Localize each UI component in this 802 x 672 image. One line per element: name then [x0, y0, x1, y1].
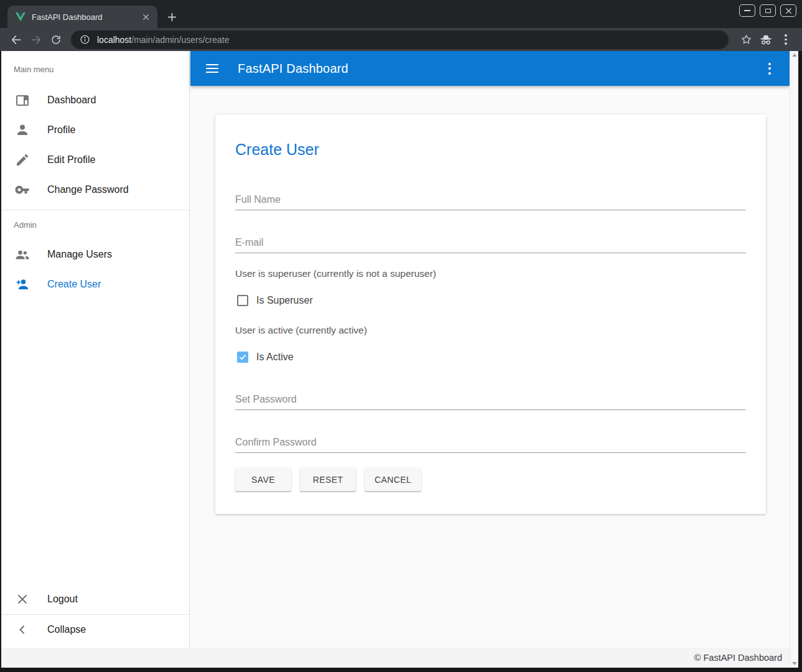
pencil-icon [15, 152, 30, 167]
scrollbar-up-arrow-icon[interactable] [792, 54, 797, 57]
incognito-indicator [757, 30, 775, 49]
sidebar-item-label: Profile [47, 124, 75, 136]
page-footer: © FastAPI Dashboard [1, 648, 798, 668]
sidebar-item-manage-users[interactable]: Manage Users [1, 240, 189, 269]
create-user-card: Create User User is superuser (currently… [215, 114, 766, 514]
reset-button[interactable]: RESET [300, 468, 356, 491]
copyright-text: © FastAPI Dashboard [694, 653, 782, 663]
sidebar-item-label: Manage Users [47, 249, 112, 260]
sidebar-item-label: Collapse [47, 624, 86, 635]
url-host: localhost [97, 35, 131, 45]
window-controls [739, 4, 796, 17]
email-input[interactable] [235, 236, 746, 253]
sidebar-item-label: Change Password [47, 184, 129, 195]
url-text[interactable]: localhost/main/admin/users/create [97, 35, 229, 45]
reload-icon [50, 34, 62, 45]
sidebar-bottom: Logout Collapse [1, 584, 189, 645]
is-superuser-label: Is Superuser [256, 295, 313, 306]
scrollbar-down-arrow-icon[interactable] [792, 662, 797, 665]
back-arrow-icon [10, 34, 22, 46]
is-active-checkbox[interactable] [237, 352, 248, 363]
sidebar-divider [1, 210, 189, 210]
sidebar-item-change-password[interactable]: Change Password [1, 175, 189, 205]
address-bar[interactable]: localhost/main/admin/users/create [71, 30, 729, 49]
forward-button[interactable] [27, 30, 45, 49]
is-superuser-checkbox[interactable] [237, 295, 248, 306]
is-superuser-checkbox-row[interactable]: Is Superuser [235, 293, 746, 308]
sidebar-item-label: Create User [47, 279, 101, 290]
reload-button[interactable] [47, 30, 65, 49]
main-content: FastAPI Dashboard Create User User is su… [190, 51, 790, 648]
person-add-icon [15, 277, 30, 292]
sidebar-item-collapse[interactable]: Collapse [1, 615, 189, 645]
active-hint: User is active (currently active) [235, 324, 746, 337]
email-field-wrapper [235, 236, 746, 253]
page-title: Create User [235, 140, 746, 159]
browser-menu-button[interactable] [776, 30, 795, 49]
people-icon [15, 247, 30, 262]
is-active-checkbox-row[interactable]: Is Active [235, 350, 746, 365]
sidebar-item-dashboard[interactable]: Dashboard [1, 85, 189, 115]
hamburger-menu-icon[interactable] [206, 62, 218, 75]
tab-title: FastAPI Dashboard [32, 12, 136, 22]
bookmark-button[interactable] [737, 30, 755, 49]
logout-x-icon [15, 592, 30, 607]
app-bar-title: FastAPI Dashboard [238, 62, 348, 76]
sidebar-item-edit-profile[interactable]: Edit Profile [1, 145, 189, 175]
check-icon [238, 353, 247, 362]
sidebar-item-label: Logout [47, 594, 78, 605]
vue-logo-icon [16, 12, 26, 21]
kebab-menu-icon [785, 34, 787, 45]
minimize-button[interactable] [739, 4, 755, 17]
close-button[interactable] [780, 4, 796, 17]
sidebar-item-create-user[interactable]: Create User [1, 269, 189, 299]
new-tab-button[interactable] [163, 8, 180, 26]
save-button[interactable]: SAVE [235, 468, 291, 491]
dashboard-icon [15, 93, 30, 108]
sidebar-item-label: Dashboard [47, 95, 96, 106]
browser-toolbar: localhost/main/admin/users/create [0, 28, 802, 51]
incognito-icon [759, 33, 773, 47]
browser-titlebar: FastAPI Dashboard [0, 0, 802, 28]
close-icon [785, 7, 792, 14]
sidebar-section-main-menu: Main menu [1, 65, 189, 75]
set-password-field-wrapper [235, 393, 746, 410]
cancel-button[interactable]: CANCEL [365, 468, 421, 491]
minimize-icon [744, 10, 750, 11]
back-button[interactable] [7, 30, 26, 49]
sidebar-item-label: Edit Profile [47, 154, 95, 166]
full-name-input[interactable] [235, 194, 746, 210]
person-icon [15, 123, 30, 138]
maximize-icon [765, 9, 771, 13]
set-password-input[interactable] [235, 393, 746, 410]
chevron-left-icon [15, 622, 30, 637]
app-bar: FastAPI Dashboard [190, 51, 790, 86]
is-active-label: Is Active [256, 352, 294, 363]
sidebar-item-profile[interactable]: Profile [1, 115, 189, 145]
maximize-button[interactable] [760, 4, 776, 17]
url-path: /main/admin/users/create [131, 35, 229, 45]
superuser-hint: User is superuser (currently is not a su… [235, 267, 746, 281]
app-bar-menu-button[interactable] [768, 63, 771, 75]
sidebar-item-logout[interactable]: Logout [1, 584, 189, 614]
page: Main menu Dashboard Profile Edit Profile [1, 51, 798, 668]
star-icon [740, 34, 752, 45]
tab-close-icon[interactable] [140, 11, 151, 22]
key-icon [15, 182, 30, 197]
sidebar: Main menu Dashboard Profile Edit Profile [1, 51, 190, 648]
full-name-field-wrapper [235, 194, 746, 210]
page-scrollbar[interactable] [790, 51, 798, 668]
forward-arrow-icon [30, 34, 42, 46]
browser-tab[interactable]: FastAPI Dashboard [7, 6, 157, 28]
sidebar-section-admin: Admin [1, 220, 189, 230]
info-icon[interactable] [80, 34, 90, 45]
form-actions: SAVE RESET CANCEL [235, 468, 746, 491]
confirm-password-input[interactable] [235, 436, 746, 453]
confirm-password-field-wrapper [235, 436, 746, 453]
